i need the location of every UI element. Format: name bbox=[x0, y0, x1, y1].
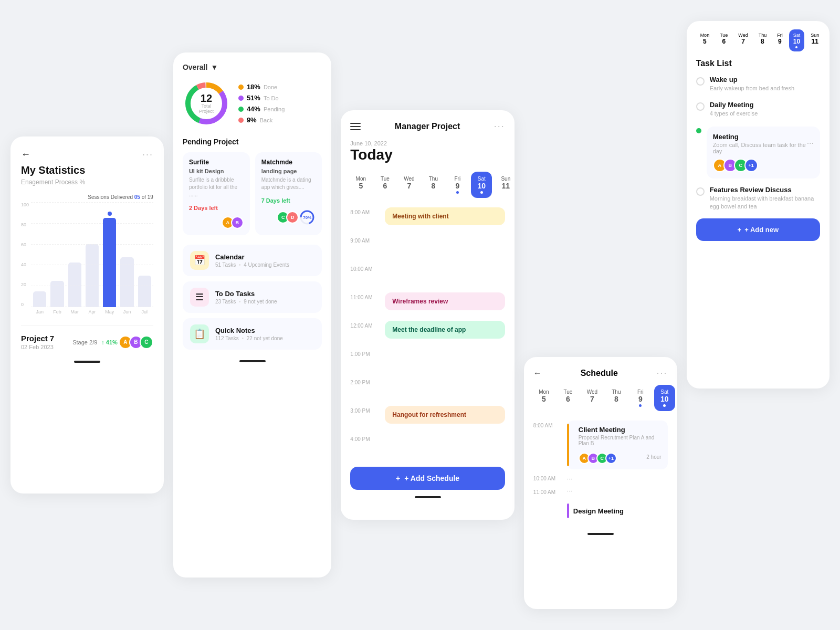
day-fri[interactable]: Fri 9 bbox=[447, 172, 468, 198]
more-options-icon[interactable]: ··· bbox=[142, 149, 153, 160]
pending-card-footer-1: A B bbox=[189, 216, 244, 229]
avatar-3: C bbox=[140, 335, 153, 349]
task-list-title: Task List bbox=[696, 59, 820, 68]
day-thu[interactable]: Thu 8 bbox=[423, 172, 444, 198]
task-list-card: Mon 5 Tue 6 Wed 7 Thu 8 Fri 9 Sat 10 bbox=[687, 21, 830, 388]
plus-icon: + bbox=[396, 474, 400, 482]
bar-apr bbox=[86, 244, 99, 307]
time-row-1pm: 1:00 PM bbox=[350, 349, 505, 372]
mini-day-fri[interactable]: Fri 9 bbox=[773, 29, 787, 51]
meeting-status-dot bbox=[696, 128, 701, 133]
event-meeting-client[interactable]: Meeting with client bbox=[385, 207, 505, 225]
manager-card: Manager Project ··· June 10, 2022 Today … bbox=[341, 110, 514, 520]
day-sat[interactable]: Sat 10 bbox=[471, 172, 492, 198]
meeting-more-icon[interactable]: ··· bbox=[807, 139, 814, 148]
schedule-back-icon[interactable]: ← bbox=[533, 369, 542, 378]
donut-section: 12 Total Project 18% Done 51% To Do 44% … bbox=[183, 80, 322, 127]
sched-row-11am: 11:00 AM ··· bbox=[533, 487, 668, 495]
mini-cal-header: Mon 5 Tue 6 Wed 7 Thu 8 Fri 9 Sat 10 bbox=[696, 29, 820, 51]
scroll-indicator bbox=[74, 361, 100, 363]
widget-todo[interactable]: ☰ To Do Tasks 23 Tasks • 9 not yet done bbox=[183, 281, 322, 313]
mini-day-wed[interactable]: Wed 7 bbox=[734, 29, 752, 51]
statistics-card: ← ··· My Statistics Enagement Process % … bbox=[10, 136, 164, 494]
pending-section: Pending Project Surfite UI kit Design Su… bbox=[183, 138, 322, 235]
bar-jul bbox=[138, 276, 151, 307]
event-deadline[interactable]: Meet the deadline of app bbox=[385, 321, 505, 339]
legend-back: 9% Back bbox=[238, 116, 285, 124]
schedule-header: ← Schedule ··· bbox=[533, 368, 668, 379]
dots-icon: ··· bbox=[567, 487, 572, 495]
widget-notes[interactable]: 📋 Quick Notes 112 Tasks • 22 not yet don… bbox=[183, 318, 322, 350]
pending-card-matchmde: Matchmde landing page Matchmde is a dati… bbox=[255, 152, 322, 235]
sessions-label: Sessions Delivered bbox=[88, 194, 133, 200]
sched-event-client-meeting[interactable]: Client Meeting Proposal Recrutment Plan … bbox=[567, 421, 668, 469]
meeting-task-card[interactable]: Meeting Zoom call, Discuss team task for… bbox=[707, 127, 820, 178]
time-row-12pm: 12:00 AM Meet the deadline of app bbox=[350, 321, 505, 344]
hamburger-menu-icon[interactable] bbox=[350, 123, 361, 130]
timeline: 8:00 AM Meeting with client 9:00 AM 10:0… bbox=[350, 207, 505, 463]
week-nav: Mon 5 Tue 6 Wed 7 Thu 8 Fri 9 Sat 10 Sun… bbox=[350, 172, 505, 198]
sched-day-tue[interactable]: Tue 6 bbox=[558, 385, 579, 411]
bar-jun bbox=[120, 257, 133, 307]
project-avatars: A B C bbox=[122, 335, 153, 349]
legend-pending: 44% Pending bbox=[238, 105, 285, 113]
scroll-indicator-2 bbox=[239, 360, 266, 362]
scroll-indicator-4 bbox=[587, 533, 614, 535]
project-overview-card: Overall ▼ 12 Total Project bbox=[173, 52, 331, 578]
pending-card-surfite: Surfite UI kit Design Surfite is a dribb… bbox=[183, 152, 250, 235]
add-new-button[interactable]: + + Add new bbox=[696, 218, 820, 241]
widget-calendar[interactable]: 📅 Calendar 51 Tasks • 4 Upcoming Events bbox=[183, 245, 322, 276]
meeting-task-container: Meeting Zoom call, Discuss team task for… bbox=[696, 127, 820, 178]
sched-day-fri[interactable]: Fri 9 bbox=[630, 385, 651, 411]
overall-header: Overall ▼ bbox=[183, 63, 322, 71]
day-mon[interactable]: Mon 5 bbox=[350, 172, 371, 198]
time-row-2pm: 2:00 PM bbox=[350, 377, 505, 401]
schedule-card: ← Schedule ··· Mon 5 Tue 6 Wed 7 Thu 8 F… bbox=[524, 357, 677, 609]
bar-feb bbox=[50, 281, 64, 307]
bar-jan bbox=[33, 291, 46, 307]
time-row-10am: 10:00 AM bbox=[350, 264, 505, 287]
task-daily-meeting: Daily Meeting 4 types of exercise bbox=[696, 101, 820, 118]
day-tue[interactable]: Tue 6 bbox=[374, 172, 395, 198]
feature-task: Features Review Discuss Morning breakfas… bbox=[696, 186, 820, 211]
sched-day-thu[interactable]: Thu 8 bbox=[606, 385, 627, 411]
mini-day-sun[interactable]: Sun 11 bbox=[806, 29, 823, 51]
day-wed[interactable]: Wed 7 bbox=[398, 172, 419, 198]
date-section: June 10, 2022 Today bbox=[350, 140, 505, 163]
more-menu-icon[interactable]: ··· bbox=[494, 121, 505, 132]
schedule-events: 8:00 AM Client Meeting Proposal Recrutme… bbox=[533, 421, 668, 527]
back-arrow-icon[interactable]: ← bbox=[21, 149, 153, 160]
day-sun[interactable]: Sun 11 bbox=[495, 172, 514, 198]
card1-avatars: A B bbox=[225, 216, 244, 229]
design-meeting-row: Design Meeting bbox=[567, 499, 624, 522]
sched-day-mon[interactable]: Mon 5 bbox=[533, 385, 554, 411]
time-row-9am: 9:00 AM bbox=[350, 236, 505, 259]
donut-center: 12 Total Project bbox=[194, 93, 218, 114]
feature-task-radio[interactable] bbox=[696, 187, 705, 196]
pending-card-footer-2: C D 70% bbox=[261, 209, 316, 226]
time-row-11am: 11:00 AM Wireframes review bbox=[350, 292, 505, 316]
sched-day-sat[interactable]: Sat 10 bbox=[654, 385, 675, 411]
task-wakeup-radio[interactable] bbox=[696, 77, 705, 86]
sched-row-design: Design Meeting bbox=[533, 499, 668, 522]
pending-cards-container: Surfite UI kit Design Surfite is a dribb… bbox=[183, 152, 322, 235]
mini-day-thu[interactable]: Thu 8 bbox=[754, 29, 771, 51]
sched-day-wed[interactable]: Wed 7 bbox=[582, 385, 603, 411]
progress-ring: 70% bbox=[299, 209, 316, 226]
task-wakeup: Wake up Early wakeup from bed and fresh bbox=[696, 76, 820, 92]
mini-day-sat[interactable]: Sat 10 bbox=[789, 29, 805, 51]
task-daily-radio[interactable] bbox=[696, 102, 705, 111]
add-schedule-button[interactable]: + + Add Schedule bbox=[350, 467, 505, 490]
manager-header: Manager Project ··· bbox=[350, 121, 505, 132]
sched-row-8am: 8:00 AM Client Meeting Proposal Recrutme… bbox=[533, 421, 668, 469]
dropdown-arrow-icon[interactable]: ▼ bbox=[211, 63, 218, 71]
project-info: Project 7 02 Feb 2023 Stage 2/9 ↑ 41% A … bbox=[21, 325, 153, 350]
schedule-more-icon[interactable]: ··· bbox=[657, 368, 668, 379]
add-plus-icon: + bbox=[738, 226, 742, 234]
mini-day-tue[interactable]: Tue 6 bbox=[716, 29, 732, 51]
legend-todo: 51% To Do bbox=[238, 94, 285, 102]
mini-day-mon[interactable]: Mon 5 bbox=[696, 29, 714, 51]
event-wireframes[interactable]: Wireframes review bbox=[385, 292, 505, 310]
event-hangout[interactable]: Hangout for refreshment bbox=[385, 406, 505, 424]
scroll-indicator-3 bbox=[415, 496, 441, 498]
